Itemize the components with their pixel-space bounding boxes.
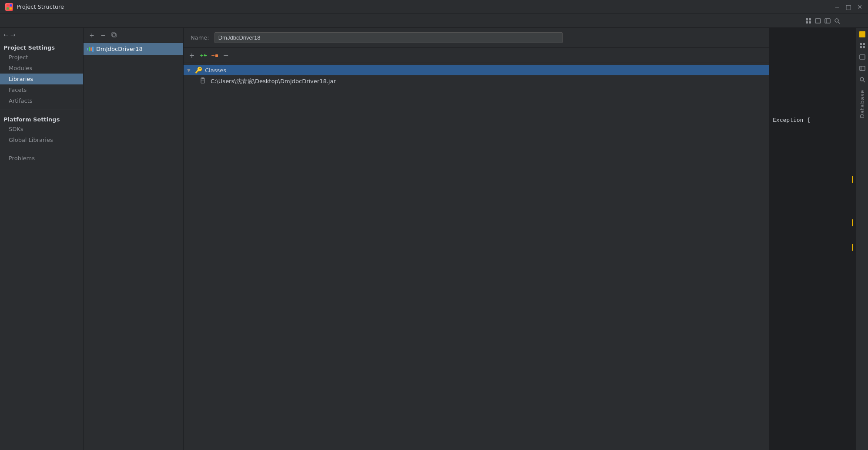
right-sidebar-split-button[interactable] xyxy=(858,64,867,73)
svg-rect-3 xyxy=(10,7,12,10)
svg-rect-7 xyxy=(809,21,811,24)
remove-entry-button[interactable]: − xyxy=(221,50,231,60)
tree-node-classes[interactable]: ▼ 🔑 Classes xyxy=(184,65,769,75)
svg-rect-24 xyxy=(863,46,865,48)
tree-node-jar[interactable]: C:\Users\沈青宸\Desktop\DmJdbcDriver18.jar xyxy=(184,75,769,87)
svg-rect-25 xyxy=(860,55,865,59)
svg-line-29 xyxy=(863,81,865,83)
sidebar-item-libraries[interactable]: Libraries xyxy=(0,74,83,84)
title-bar-controls: − □ ✕ xyxy=(834,4,863,10)
project-settings-header: Project Settings xyxy=(0,42,83,52)
right-sidebar: Database xyxy=(856,28,868,450)
app-icon xyxy=(5,3,13,11)
sidebar-divider-2 xyxy=(0,149,83,149)
svg-rect-14 xyxy=(112,33,115,36)
add-library-button[interactable]: + xyxy=(87,30,97,40)
platform-settings-header: Platform Settings xyxy=(0,114,83,124)
svg-rect-9 xyxy=(825,19,830,23)
nav-back[interactable]: ← xyxy=(3,31,9,38)
gutter-mark-1 xyxy=(852,176,853,183)
jar-icon xyxy=(199,77,206,85)
classes-icon: 🔑 xyxy=(195,67,202,74)
svg-rect-26 xyxy=(860,66,865,71)
database-label[interactable]: Database xyxy=(859,90,865,118)
nav-forward[interactable]: → xyxy=(10,31,16,38)
jar-path: C:\Users\沈青宸\Desktop\DmJdbcDriver18.jar xyxy=(211,77,336,85)
yellow-indicator xyxy=(859,31,865,37)
svg-line-12 xyxy=(838,22,840,24)
add-entry-button[interactable]: + xyxy=(187,50,197,60)
name-label: Name: xyxy=(191,34,209,41)
minimize-button[interactable]: − xyxy=(834,4,840,10)
svg-rect-0 xyxy=(7,4,9,7)
right-sidebar-grid-button[interactable] xyxy=(858,41,867,50)
sidebar: ← → Project Settings Project Modules Lib… xyxy=(0,28,84,450)
right-sidebar-rect-button[interactable] xyxy=(858,52,867,62)
add-entry-red-button[interactable]: + xyxy=(210,50,219,60)
svg-rect-17 xyxy=(215,54,218,57)
classes-label: Classes xyxy=(205,67,226,74)
gutter-mark-3 xyxy=(852,244,853,251)
rect-button-1[interactable] xyxy=(813,16,823,26)
rect-button-2[interactable] xyxy=(823,16,832,26)
library-icon xyxy=(87,47,94,52)
search-button[interactable] xyxy=(832,16,842,26)
code-strip: Exception { xyxy=(769,28,856,450)
svg-rect-5 xyxy=(809,18,811,20)
svg-rect-6 xyxy=(806,21,808,24)
svg-rect-23 xyxy=(860,46,862,48)
window-title: Project Structure xyxy=(17,3,64,10)
copy-library-button[interactable] xyxy=(110,30,119,40)
add-entry-special-button[interactable]: + xyxy=(198,50,208,60)
right-sidebar-search-button[interactable] xyxy=(858,75,867,84)
tree-arrow-classes: ▼ xyxy=(187,68,192,73)
name-input[interactable] xyxy=(214,32,563,43)
svg-rect-13 xyxy=(113,34,116,37)
svg-text:+: + xyxy=(211,53,215,58)
sidebar-item-problems[interactable]: Problems xyxy=(0,153,83,164)
sidebar-divider xyxy=(0,110,83,110)
close-button[interactable]: ✕ xyxy=(857,4,863,10)
main-panel: Name: + + + − xyxy=(184,28,769,450)
main-content: ← → Project Settings Project Modules Lib… xyxy=(0,28,868,450)
svg-text:+: + xyxy=(200,53,204,58)
library-list-panel: + − DmJdbcDriver18 xyxy=(84,28,184,450)
content-toolbar: + + + − xyxy=(184,48,769,63)
svg-rect-1 xyxy=(10,4,12,7)
sidebar-item-sdks[interactable]: SDKs xyxy=(0,124,83,134)
sidebar-item-facets[interactable]: Facets xyxy=(0,84,83,95)
grid-view-button[interactable] xyxy=(804,16,813,26)
svg-point-11 xyxy=(835,19,838,22)
svg-rect-2 xyxy=(7,7,9,10)
sidebar-item-modules[interactable]: Modules xyxy=(0,63,83,74)
svg-rect-21 xyxy=(860,43,862,45)
svg-rect-8 xyxy=(815,19,821,23)
library-item-dm[interactable]: DmJdbcDriver18 xyxy=(84,43,183,55)
library-name: DmJdbcDriver18 xyxy=(96,46,143,52)
svg-rect-22 xyxy=(863,43,865,45)
remove-library-button[interactable]: − xyxy=(98,30,108,40)
code-exception-line: Exception { xyxy=(769,115,856,125)
svg-rect-4 xyxy=(806,18,808,20)
gutter-mark-2 xyxy=(852,219,853,226)
sidebar-item-project[interactable]: Project xyxy=(0,52,83,63)
title-bar: Project Structure − □ ✕ xyxy=(0,0,868,14)
library-panel-toolbar: + − xyxy=(84,28,183,43)
title-bar-left: Project Structure xyxy=(5,3,64,11)
sidebar-nav: ← → xyxy=(0,30,83,40)
svg-point-28 xyxy=(860,77,864,81)
tree-area: ▼ 🔑 Classes C:\Users\沈青宸\Desktop\DmJdbcD… xyxy=(184,63,769,450)
name-row: Name: xyxy=(184,28,769,48)
maximize-button[interactable]: □ xyxy=(845,4,851,10)
sidebar-item-artifacts[interactable]: Artifacts xyxy=(0,95,83,106)
svg-rect-19 xyxy=(201,77,204,79)
sidebar-item-global-libraries[interactable]: Global Libraries xyxy=(0,134,83,145)
